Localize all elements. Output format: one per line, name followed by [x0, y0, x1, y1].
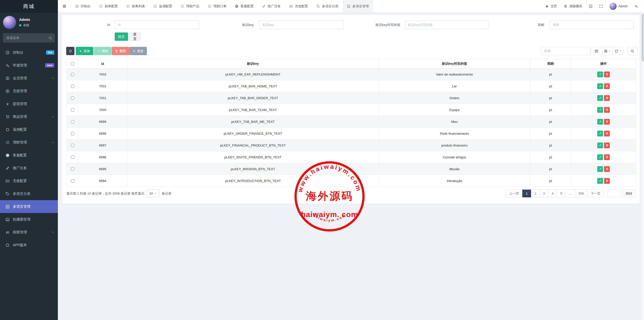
row-edit-button[interactable]	[597, 131, 603, 136]
page-button-4[interactable]: 4	[548, 190, 557, 197]
submit-button[interactable]: 提交	[115, 32, 128, 41]
col-abbr: 简称	[530, 59, 571, 68]
scrollbar[interactable]	[641, 13, 644, 320]
clear-cache-link[interactable]: 清除缓存	[564, 4, 582, 9]
row-delete-button[interactable]	[604, 166, 610, 172]
row-delete-button[interactable]	[604, 83, 610, 89]
page-button-2[interactable]: 2	[531, 190, 540, 197]
row-edit-button[interactable]	[597, 166, 603, 172]
row-checkbox[interactable]	[71, 144, 74, 147]
row-delete-button[interactable]	[604, 119, 610, 125]
row-edit-button[interactable]	[597, 95, 603, 101]
pagination-prev-button[interactable]: 上一页	[506, 190, 522, 197]
tab-8[interactable]: 充值配置	[285, 0, 312, 12]
sidebar-item-15[interactable]: APP版本	[0, 239, 58, 252]
sidebar-item-14[interactable]: 权限管理	[0, 226, 58, 239]
row-delete-button[interactable]	[604, 131, 610, 136]
tab-6[interactable]: 客服配置	[231, 0, 258, 12]
row-delete-button[interactable]	[604, 178, 610, 184]
row-edit-button[interactable]	[597, 154, 603, 160]
filter-value-input[interactable]	[405, 20, 489, 29]
home-link[interactable]: 主页	[545, 4, 557, 9]
search-icon[interactable]	[49, 36, 52, 40]
tab-3[interactable]: 返佣配置	[149, 0, 176, 12]
user-menu[interactable]: Admin	[610, 3, 628, 10]
row-checkbox[interactable]	[71, 108, 74, 112]
row-edit-button[interactable]	[597, 143, 603, 148]
row-delete-button[interactable]	[604, 154, 610, 160]
menu-toggle-button[interactable]	[58, 0, 71, 12]
sidebar-item-11[interactable]: 多语言分类	[0, 187, 58, 200]
table-search-input[interactable]	[541, 47, 590, 55]
tab-label: 刷单列表	[132, 4, 145, 9]
pagination-next-button[interactable]: 下一页	[587, 190, 604, 197]
filter-id-input[interactable]	[115, 20, 199, 29]
page-size-select[interactable]: 10	[146, 190, 159, 197]
fullscreen-button[interactable]	[599, 5, 603, 8]
scrollbar-thumb[interactable]	[642, 14, 644, 61]
columns-button[interactable]	[602, 47, 613, 55]
filter-key-input[interactable]	[259, 20, 344, 29]
tab-1[interactable]: 刷单配置	[95, 0, 122, 12]
row-delete-button[interactable]	[604, 95, 610, 101]
sidebar-item-7[interactable]: 理财管理	[0, 136, 58, 149]
tab-5[interactable]: 理财订单	[204, 0, 231, 12]
page-button-3[interactable]: 3	[540, 190, 548, 197]
translate-button[interactable]	[589, 5, 592, 8]
jump-button[interactable]: 跳转	[622, 190, 636, 197]
settings-button[interactable]	[634, 5, 638, 8]
export-button[interactable]	[613, 47, 624, 55]
reset-button[interactable]: 重置	[129, 32, 141, 41]
row-delete-button[interactable]	[604, 107, 610, 113]
sidebar-item-3[interactable]: 充值管理	[0, 85, 58, 97]
tab-0[interactable]: 控制台	[71, 0, 95, 12]
sidebar-item-0[interactable]: 控制台hot	[0, 46, 58, 59]
page-button-306[interactable]: 306	[575, 190, 587, 197]
row-checkbox[interactable]	[71, 73, 74, 76]
sidebar-item-8[interactable]: 客服配置	[0, 149, 58, 162]
sidebar-item-9[interactable]: 推广任务	[0, 162, 58, 174]
tab-9[interactable]: 多语言分类	[312, 0, 343, 12]
row-edit-button[interactable]	[597, 83, 603, 89]
jump-page-input[interactable]	[607, 190, 620, 197]
sidebar-item-13[interactable]: 轮播图管理	[0, 213, 58, 226]
sidebar-search-input[interactable]	[3, 33, 55, 43]
tab-10[interactable]: 多语言管理	[343, 0, 373, 12]
row-checkbox[interactable]	[71, 85, 74, 88]
sidebar-item-4[interactable]: 提现管理	[0, 97, 58, 110]
row-delete-button[interactable]	[604, 143, 610, 148]
sidebar-item-12[interactable]: 多语言管理	[0, 200, 58, 213]
add-button[interactable]: 添加	[76, 47, 93, 55]
page-button-...[interactable]: ...	[565, 190, 575, 197]
filter-abbr-input[interactable]	[550, 20, 634, 29]
delete-button[interactable]: 删除	[112, 47, 129, 55]
row-checkbox[interactable]	[71, 167, 74, 171]
more-button[interactable]: 更多	[129, 47, 147, 55]
page-button-5[interactable]: 5	[557, 190, 566, 197]
sidebar-item-6[interactable]: 返佣配置	[0, 123, 58, 136]
row-checkbox[interactable]	[71, 179, 74, 183]
select-all-checkbox[interactable]	[71, 62, 74, 65]
row-edit-button[interactable]	[597, 178, 603, 184]
circle-icon	[99, 5, 103, 8]
row-edit-button[interactable]	[597, 107, 603, 113]
tab-7[interactable]: 推广任务	[258, 0, 285, 12]
row-checkbox[interactable]	[71, 156, 74, 159]
tab-2[interactable]: 刷单列表	[122, 0, 149, 12]
sidebar-item-10[interactable]: 充值配置	[0, 174, 58, 187]
row-checkbox[interactable]	[71, 120, 74, 123]
page-button-1[interactable]: 1	[522, 190, 531, 197]
detail-view-button[interactable]	[591, 47, 602, 55]
table-search-button[interactable]	[627, 47, 638, 55]
row-checkbox[interactable]	[71, 96, 74, 100]
sidebar-item-1[interactable]: 常规管理new	[0, 59, 58, 72]
sidebar-item-5[interactable]: 商品管理	[0, 110, 58, 123]
refresh-button[interactable]	[66, 47, 74, 55]
row-edit-button[interactable]	[597, 119, 603, 125]
row-delete-button[interactable]	[604, 72, 610, 77]
row-checkbox[interactable]	[71, 132, 74, 135]
edit-button[interactable]: 编辑	[94, 47, 111, 55]
tab-4[interactable]: 理财产品	[176, 0, 204, 12]
sidebar-item-2[interactable]: 会员管理	[0, 72, 58, 85]
row-edit-button[interactable]	[597, 72, 603, 77]
